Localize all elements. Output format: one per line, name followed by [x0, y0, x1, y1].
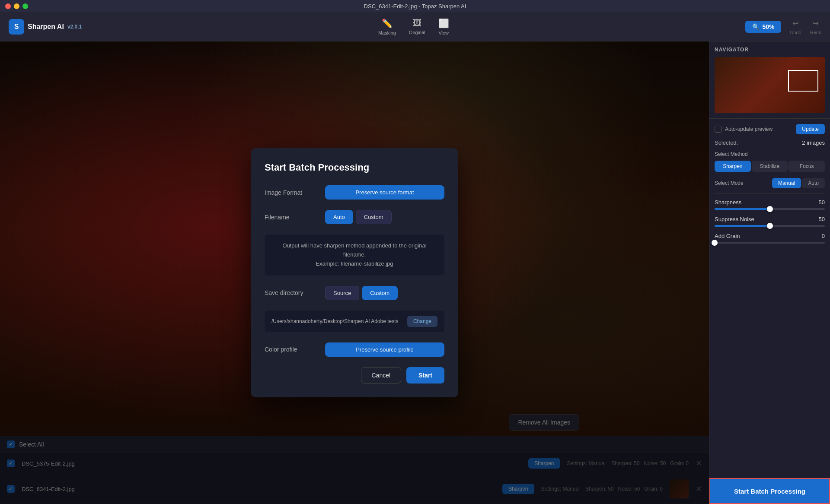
auto-update-row: Auto-update preview Update — [715, 124, 825, 134]
color-profile-row: Color profile Preserve source profile — [265, 342, 444, 357]
minimize-button[interactable] — [14, 3, 19, 9]
suppress-noise-value: 50 — [819, 216, 825, 222]
app-logo: S Sharpen AI v2.0.1 — [9, 19, 82, 35]
color-profile-label: Color profile — [265, 346, 325, 353]
toolbar-right: 🔍 50% ↩ Undo ↪ Redo — [745, 19, 821, 35]
undo-button[interactable]: ↩ Undo — [790, 19, 801, 35]
filename-row: Filename Auto Custom — [265, 210, 444, 224]
main-layout: Preview ✓ Select All ✓ DSC_5375-Edit-2.j… — [0, 41, 830, 504]
app-version: v2.0.1 — [67, 24, 82, 30]
filename-btn-group: Auto Custom — [325, 210, 444, 224]
mode-tab-auto[interactable]: Auto — [802, 178, 825, 188]
suppress-noise-fill — [715, 225, 770, 227]
suppress-noise-label: Suppress Noise — [715, 216, 754, 222]
mode-label: Select Mode — [715, 180, 744, 186]
change-path-button[interactable]: Change — [407, 316, 437, 327]
batch-processing-modal: Start Batch Processing Image Format Pres… — [251, 148, 458, 397]
modal-title: Start Batch Processing — [265, 162, 444, 173]
suppress-noise-track[interactable] — [715, 225, 825, 227]
save-path-text: /Users/shannadoherty/Desktop/Sharpen AI … — [271, 318, 399, 324]
modal-overlay: Start Batch Processing Image Format Pres… — [0, 41, 709, 504]
method-tab-sharpen[interactable]: Sharpen — [715, 161, 751, 172]
start-batch-processing-button[interactable]: Start Batch Processing — [709, 478, 830, 504]
preserve-source-format-button[interactable]: Preserve source format — [325, 185, 444, 200]
zoom-button[interactable]: 🔍 50% — [745, 21, 781, 33]
app-icon: S — [9, 19, 24, 35]
sharpness-track[interactable] — [715, 208, 825, 210]
auto-update-label: Auto-update preview — [725, 126, 792, 132]
save-dir-btn-group: Source Custom — [325, 286, 444, 300]
modal-footer: Cancel Start — [265, 367, 444, 384]
method-tab-stabilize[interactable]: Stabilize — [752, 161, 788, 172]
image-area: Preview ✓ Select All ✓ DSC_5375-Edit-2.j… — [0, 41, 709, 504]
info-line2: Example: filename-stabilize.jpg — [271, 260, 437, 269]
save-directory-label: Save directory — [265, 289, 325, 296]
update-button[interactable]: Update — [796, 124, 825, 134]
sharpness-slider-section: Sharpness 50 — [715, 199, 825, 210]
sharpness-label: Sharpness — [715, 199, 741, 206]
save-dir-custom-button[interactable]: Custom — [362, 286, 398, 300]
undo-icon: ↩ — [792, 19, 799, 28]
sharpness-fill — [715, 208, 770, 210]
filename-custom-button[interactable]: Custom — [356, 210, 392, 224]
controls-section: Auto-update preview Update Selected: 2 i… — [709, 119, 830, 255]
zoom-level: 50% — [762, 23, 774, 30]
view-icon: ⬜ — [438, 18, 449, 29]
filename-info-box: Output will have sharpen method appended… — [265, 235, 444, 275]
navigator-viewport — [788, 70, 818, 92]
masking-icon: ✏️ — [382, 18, 393, 29]
maximize-button[interactable] — [22, 3, 28, 9]
add-grain-slider-section: Add Grain 0 — [715, 233, 825, 244]
toolbar: S Sharpen AI v2.0.1 ✏️ Masking 🖼 Origina… — [0, 12, 830, 41]
navigator-thumbnail — [715, 57, 825, 113]
redo-button[interactable]: ↪ Redo — [810, 19, 821, 35]
info-line1: Output will have sharpen method appended… — [271, 241, 437, 260]
suppress-noise-header: Suppress Noise 50 — [715, 216, 825, 222]
undo-redo-group: ↩ Undo ↪ Redo — [790, 19, 821, 35]
selected-row: Selected: 2 images — [715, 139, 825, 146]
filename-auto-button[interactable]: Auto — [325, 210, 353, 224]
right-panel: NAVIGATOR Auto-update preview Update Sel… — [709, 41, 830, 504]
title-bar: DSC_6341-Edit-2.jpg - Topaz Sharpen AI — [0, 0, 830, 12]
add-grain-track[interactable] — [715, 242, 825, 244]
save-dir-source-button[interactable]: Source — [325, 286, 359, 300]
image-format-row: Image Format Preserve source format — [265, 185, 444, 200]
divider — [715, 193, 825, 194]
masking-button[interactable]: ✏️ Masking — [378, 18, 396, 35]
cancel-button[interactable]: Cancel — [361, 367, 402, 384]
traffic-lights — [5, 3, 28, 9]
auto-update-checkbox[interactable] — [715, 126, 721, 133]
add-grain-value: 0 — [822, 233, 825, 239]
redo-icon: ↪ — [812, 19, 819, 28]
add-grain-thumb[interactable] — [712, 240, 718, 246]
app-name: Sharpen AI — [28, 23, 64, 31]
sharpness-thumb[interactable] — [767, 206, 773, 212]
method-tabs: Sharpen Stabilize Focus — [715, 161, 825, 172]
method-tab-focus[interactable]: Focus — [788, 161, 825, 172]
start-button[interactable]: Start — [406, 367, 444, 384]
mode-row: Select Mode Manual Auto — [715, 178, 825, 188]
original-button[interactable]: 🖼 Original — [409, 18, 425, 35]
preserve-source-profile-button[interactable]: Preserve source profile — [325, 342, 444, 357]
mode-tab-manual[interactable]: Manual — [772, 178, 801, 188]
selected-label: Selected: — [715, 139, 738, 146]
save-path-box: /Users/shannadoherty/Desktop/Sharpen AI … — [265, 311, 444, 332]
image-format-label: Image Format — [265, 189, 325, 196]
selected-count: 2 images — [802, 139, 825, 146]
select-method-label: Select Method — [715, 151, 825, 157]
close-button[interactable] — [5, 3, 11, 9]
sharpness-header: Sharpness 50 — [715, 199, 825, 206]
add-grain-label: Add Grain — [715, 233, 740, 239]
toolbar-center: ✏️ Masking 🖼 Original ⬜ View — [82, 18, 745, 35]
window-title: DSC_6341-Edit-2.jpg - Topaz Sharpen AI — [364, 3, 466, 10]
add-grain-header: Add Grain 0 — [715, 233, 825, 239]
sharpness-value: 50 — [819, 199, 825, 206]
zoom-icon: 🔍 — [752, 23, 760, 30]
navigator-section: NAVIGATOR — [709, 41, 830, 119]
mode-tabs: Manual Auto — [772, 178, 825, 188]
save-directory-row: Save directory Source Custom — [265, 286, 444, 300]
suppress-noise-slider-section: Suppress Noise 50 — [715, 216, 825, 227]
suppress-noise-thumb[interactable] — [767, 223, 773, 229]
navigator-title: NAVIGATOR — [715, 47, 825, 53]
view-button[interactable]: ⬜ View — [438, 18, 449, 35]
